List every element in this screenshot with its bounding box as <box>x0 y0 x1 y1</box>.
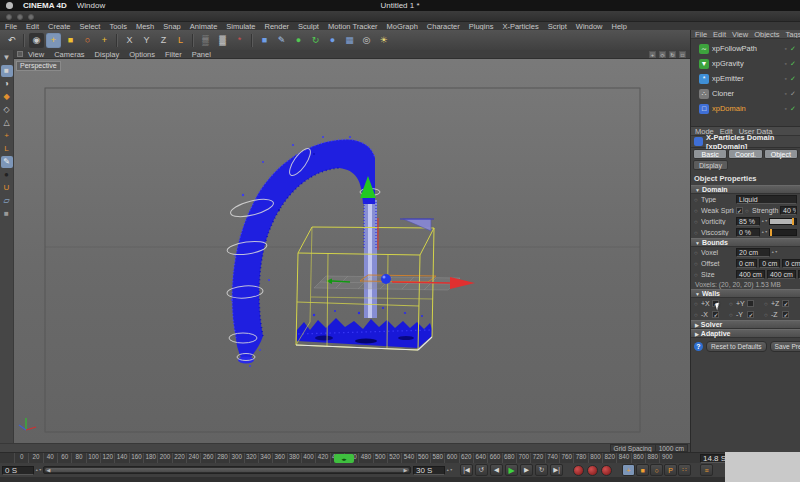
object-name[interactable]: xpFollowPath <box>712 44 782 53</box>
record-keyframe-button[interactable] <box>573 465 584 476</box>
simulate-icon[interactable]: ↻ <box>308 33 323 48</box>
wall-checkbox[interactable]: ✓ <box>712 311 719 318</box>
rotate-tool-icon[interactable]: ○ <box>80 33 95 48</box>
texture-mode-icon[interactable]: ◑ <box>1 78 13 90</box>
playhead[interactable]: ◂▸ <box>334 454 354 463</box>
render-view-icon[interactable]: ▒ <box>198 33 213 48</box>
group-bounds[interactable]: ▼Bounds <box>691 238 800 247</box>
sphere-object[interactable] <box>381 274 391 284</box>
key-rotation-button[interactable]: ○ <box>650 464 663 476</box>
macos-menu-window[interactable]: Window <box>77 1 105 10</box>
keyframe-dot-icon[interactable]: ○ <box>729 312 734 318</box>
viscosity-field[interactable]: 0 % <box>736 228 760 237</box>
range-end-field[interactable]: 30 S <box>413 466 445 475</box>
enable-check-icon[interactable]: ✓ <box>790 60 800 68</box>
pan-view-icon[interactable]: + <box>649 51 656 58</box>
toolbar-separator[interactable] <box>251 34 253 47</box>
group-solver[interactable]: ▶Solver <box>691 320 800 329</box>
keyframe-dot-icon[interactable]: ○ <box>694 261 699 267</box>
group-adaptive[interactable]: ▶Adaptive <box>691 329 800 338</box>
lock-z-axis-icon[interactable]: Z <box>156 33 171 48</box>
loop-button[interactable]: ↻ <box>535 464 548 476</box>
range-right-cap[interactable]: ▶ <box>402 467 409 473</box>
add-cube-icon[interactable]: ■ <box>257 33 272 48</box>
app-menu-item[interactable]: Mesh <box>136 22 154 30</box>
lock-y-axis-icon[interactable]: Y <box>139 33 154 48</box>
tab-display[interactable]: Display <box>693 160 728 170</box>
goto-start-button[interactable]: |◀ <box>460 464 473 476</box>
lock-x-axis-icon[interactable]: X <box>122 33 137 48</box>
visibility-dots-icon[interactable]: ◦ <box>785 60 787 67</box>
viewport-menu-item[interactable]: Options <box>129 50 155 59</box>
object-name[interactable]: xpGravity <box>712 59 782 68</box>
stepper-icon[interactable]: ▲▼ <box>762 228 767 237</box>
zoom-view-icon[interactable]: ◇ <box>659 51 666 58</box>
keyframe-dot-icon[interactable]: ○ <box>745 208 750 214</box>
group-walls[interactable]: ▼Walls <box>691 289 800 298</box>
lock-workplane-icon[interactable]: ■ <box>1 208 13 220</box>
app-menu-item[interactable]: Sculpt <box>298 22 319 30</box>
enable-check-icon[interactable]: ✓ <box>790 45 800 53</box>
app-menu-item[interactable]: MoGraph <box>387 22 418 30</box>
keyframe-dot-icon[interactable]: ○ <box>694 312 699 318</box>
strength-field[interactable]: 40 % <box>780 206 797 215</box>
stepper-icon[interactable]: ▲▼ <box>447 466 452 475</box>
apple-icon[interactable] <box>6 2 13 9</box>
wall-checkbox[interactable]: ✓ <box>782 300 789 307</box>
object-name[interactable]: xpEmitter <box>712 74 782 83</box>
attribute-tab[interactable]: Basic <box>693 149 727 159</box>
keyframe-dot-icon[interactable]: ○ <box>694 208 699 214</box>
app-menu-item[interactable]: Animate <box>190 22 218 30</box>
last-tool-icon[interactable]: + <box>97 33 112 48</box>
voxel-field[interactable]: 20 cm <box>736 248 770 257</box>
viewport-menu-item[interactable]: Cameras <box>54 50 84 59</box>
offset-field[interactable]: 0 cm <box>736 259 757 268</box>
keyframe-dot-icon[interactable]: ○ <box>694 197 699 203</box>
stepper-icon[interactable]: ▲▼ <box>762 217 767 226</box>
play-backwards-button[interactable]: ↺ <box>475 464 488 476</box>
object-row[interactable]: ∴ Cloner ◦ ✓ <box>691 86 800 101</box>
app-menu-item[interactable]: Script <box>548 22 567 30</box>
light-icon[interactable]: ☀ <box>376 33 391 48</box>
viewport-menu-item[interactable]: Filter <box>165 50 182 59</box>
toggle-view-icon[interactable]: □ <box>679 51 686 58</box>
keyframe-dot-icon[interactable]: ○ <box>694 230 699 236</box>
minimize-window-button[interactable] <box>17 14 23 20</box>
object-manager-menu-item[interactable]: Objects <box>754 30 779 39</box>
app-menu-item[interactable]: Help <box>612 22 627 30</box>
object-row[interactable]: * xpEmitter ◦ ✓ <box>691 71 800 86</box>
live-selection-icon[interactable]: ◉ <box>29 33 44 48</box>
move-tool-icon[interactable]: + <box>46 33 61 48</box>
vorticity-slider[interactable] <box>769 218 797 225</box>
viewport-menu-item[interactable]: Panel <box>192 50 211 59</box>
play-button[interactable]: ▶ <box>505 464 518 476</box>
polygon-mode-icon[interactable]: △ <box>1 117 13 129</box>
previous-frame-button[interactable]: ◀ <box>490 464 503 476</box>
undo-icon[interactable]: ↶ <box>4 33 19 48</box>
offset-field[interactable]: 0 cm <box>759 259 780 268</box>
app-menu-item[interactable]: Plugins <box>469 22 494 30</box>
app-menu-item[interactable]: Edit <box>26 22 39 30</box>
metaball-icon[interactable]: ● <box>325 33 340 48</box>
render-picture-viewer-icon[interactable]: ▓ <box>215 33 230 48</box>
edge-mode-icon[interactable]: ◇ <box>1 104 13 116</box>
app-menu-item[interactable]: Render <box>265 22 290 30</box>
wall-checkbox[interactable] <box>747 300 754 307</box>
object-manager-menu-item[interactable]: Tags <box>786 30 800 39</box>
visibility-dots-icon[interactable]: ◦ <box>785 105 787 112</box>
key-scale-button[interactable]: ■ <box>636 464 649 476</box>
viscosity-slider[interactable] <box>769 229 797 236</box>
group-domain[interactable]: ▼Domain <box>691 185 800 194</box>
attribute-tab[interactable]: Coord. <box>728 149 762 159</box>
visibility-dots-icon[interactable]: ◦ <box>785 90 787 97</box>
type-dropdown[interactable]: Liquid <box>736 195 797 204</box>
model-mode-icon[interactable]: ■ <box>1 65 13 77</box>
timeline-ruler[interactable]: 0204060801001201401601802002202402602803… <box>0 452 725 463</box>
viewport-menu-item[interactable]: Display <box>95 50 120 59</box>
macos-app-name[interactable]: CINEMA 4D <box>23 1 67 10</box>
app-menu-item[interactable]: Simulate <box>226 22 255 30</box>
axis-mode-icon[interactable]: + <box>1 130 13 142</box>
viewport-grid-icon[interactable] <box>17 51 23 57</box>
attribute-tab[interactable]: Object <box>764 149 798 159</box>
keyframe-dot-icon[interactable]: ○ <box>764 312 769 318</box>
